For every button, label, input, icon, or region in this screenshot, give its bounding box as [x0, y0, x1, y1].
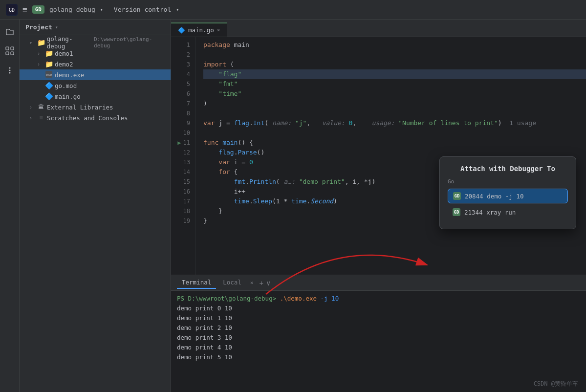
tree-item-demo2[interactable]: › 📁 demo2	[20, 59, 171, 69]
line-num-16: 16	[171, 187, 190, 196]
line-num-11: ▶ 11	[171, 138, 190, 148]
line-num-3: 3	[171, 60, 190, 69]
plain-j-eq: j =	[215, 118, 234, 128]
line-num-19: 19	[171, 216, 190, 226]
plain-iinc: i++	[234, 187, 245, 196]
tree-label-maingo: main.go	[55, 93, 81, 100]
svg-point-8	[9, 72, 10, 74]
indent-18	[203, 206, 218, 216]
sidebar-tree: ▾ 📁 golang-debug D:\wwwroot\golang-debug…	[20, 35, 171, 392]
terminal-area: Terminal Local × + ∨ PS D:\wwwroot\golan…	[171, 275, 586, 392]
line-num-2: 2	[171, 50, 190, 60]
str-fmt: "fmt"	[218, 79, 238, 89]
code-line-6: "time"	[203, 89, 586, 99]
line-num-9: 9	[171, 118, 190, 128]
project-name[interactable]: golang-debug	[49, 6, 95, 13]
tree-path-root: D:\wwwroot\golang-debug	[94, 36, 167, 49]
tree-label-demoexe: demo.exe	[55, 71, 84, 79]
debugger-item-0[interactable]: GD 20844 demo -j 10	[448, 189, 568, 203]
run-gutter-icon[interactable]: ▶	[177, 138, 181, 148]
svg-text:exe: exe	[46, 73, 52, 77]
project-dropdown-icon[interactable]: ▾	[100, 7, 103, 12]
line-num-15: 15	[171, 177, 190, 187]
tree-label-scratches: Scratches and Consoles	[47, 114, 128, 122]
str-j: "j"	[295, 118, 306, 128]
line-num-5: 5	[171, 79, 190, 89]
folder-icon-bar[interactable]	[2, 23, 18, 39]
icon-bar	[0, 20, 20, 392]
tree-item-scratches[interactable]: › ≡ Scratches and Consoles	[20, 112, 171, 123]
terminal-prompt-line: PS D:\wwwroot\golang-debug> .\demo.exe -…	[177, 294, 580, 304]
plain-sleep-close: )	[333, 196, 337, 206]
fn-fmt15: fmt	[234, 177, 245, 187]
plain-closeparen: )	[203, 99, 207, 109]
terminal-dropdown-button[interactable]: ∨	[266, 279, 270, 287]
fn-time17b: time	[291, 196, 306, 206]
code-line-11: func main () {	[203, 138, 586, 148]
sidebar-title: Project	[25, 23, 52, 31]
tree-item-external[interactable]: › 🏛 External Libraries	[20, 102, 171, 112]
tree-item-root[interactable]: ▾ 📁 golang-debug D:\wwwroot\golang-debug	[20, 37, 171, 48]
code-line-2	[203, 50, 586, 60]
watermark: CSDN @黄昏单车	[534, 380, 578, 388]
line-num-1: 1	[171, 40, 190, 50]
fn-flag: flag	[234, 118, 249, 128]
line-num-13: 13	[171, 157, 190, 167]
tree-item-demo1[interactable]: › 📁 demo1	[20, 48, 171, 59]
tab-terminal[interactable]: Terminal	[177, 277, 216, 289]
folder-demo2-icon: 📁	[45, 60, 53, 68]
plain-dot15: .	[245, 177, 249, 187]
maingo-icon: 🔷	[45, 92, 53, 100]
tree-item-maingo[interactable]: 🔷 main.go	[20, 91, 171, 102]
line-num-8: 8	[171, 109, 190, 118]
plain-dot: .	[249, 118, 253, 128]
output-line-4: demo print 4 10	[177, 343, 580, 352]
tab-local-close[interactable]: ×	[250, 280, 254, 286]
tree-label-external: External Libraries	[47, 104, 113, 111]
code-line-7: )	[203, 99, 586, 109]
tab-close-button[interactable]: ×	[217, 27, 220, 33]
terminal-content[interactable]: PS D:\wwwroot\golang-debug> .\demo.exe -…	[171, 291, 586, 392]
plain-parenopen: (	[264, 118, 268, 128]
chevron-demo2: ›	[37, 62, 43, 67]
vcs-button[interactable]: Version control	[114, 6, 171, 13]
plain-comma2: ,	[352, 118, 368, 128]
tree-label-demo2: demo2	[55, 61, 73, 68]
debugger-item-1[interactable]: GD 21344 xray run	[448, 205, 568, 219]
add-terminal-button[interactable]: +	[259, 279, 263, 287]
code-line-4: "flag"	[203, 69, 586, 79]
svg-rect-5	[11, 52, 14, 55]
main-layout: Project ▾ ▾ 📁 golang-debug D:\wwwroot\go…	[0, 20, 586, 392]
debugger-title: Attach with Debugger To	[448, 165, 568, 173]
fn-main: main	[222, 138, 238, 148]
editor-tab-maingo[interactable]: 🔷 main.go ×	[171, 22, 227, 37]
plain-main: main	[230, 40, 249, 50]
hamburger-menu-icon[interactable]: ≡	[22, 5, 27, 14]
structure-icon-bar[interactable]	[2, 43, 18, 59]
indent-14	[203, 167, 218, 177]
fn-parse: Parse	[238, 148, 257, 157]
debugger-popup: Attach with Debugger To Go GD 20844 demo…	[439, 156, 576, 229]
usage-hint: 1 usage	[509, 118, 536, 128]
plain-paren: (	[226, 60, 234, 69]
chevron-root: ▾	[29, 40, 35, 45]
svg-point-7	[9, 70, 10, 71]
tab-local[interactable]: Local	[218, 277, 246, 289]
plain-mainsig: () {	[238, 138, 253, 148]
more-icon-bar[interactable]	[2, 63, 18, 78]
kw-package: package	[203, 40, 230, 50]
tree-item-demoexe[interactable]: exe demo.exe	[20, 69, 171, 80]
indent-17	[203, 196, 234, 206]
line-num-7: 7	[171, 99, 190, 109]
plain-paren15open: (	[276, 177, 280, 187]
external-icon: 🏛	[37, 104, 45, 110]
kw-import: import	[203, 60, 226, 69]
code-content[interactable]: package main import ( "flag" "fmt"	[195, 37, 586, 275]
num-0: 0	[348, 118, 352, 128]
tree-item-gomod[interactable]: 🔷 go.mod	[20, 80, 171, 91]
line-num-17: 17	[171, 196, 190, 206]
sidebar-dropdown-icon[interactable]: ▾	[55, 24, 58, 30]
vcs-dropdown-icon[interactable]: ▾	[176, 7, 179, 12]
plain-brace19: }	[203, 216, 207, 226]
chevron-demo1: ›	[37, 51, 43, 56]
